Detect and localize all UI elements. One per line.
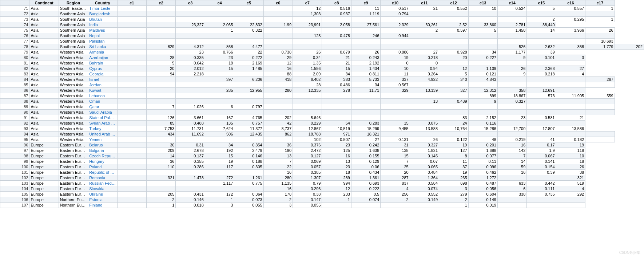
- cell-3-1: Asia: [29, 22, 59, 28]
- cell-2-13: [381, 17, 410, 22]
- cell-30-5: [147, 170, 176, 175]
- cell-6-20: 18,693: [585, 39, 615, 44]
- cell-0-15: 0.552: [439, 6, 468, 11]
- cell-8-7: 0.766: [205, 50, 234, 55]
- cell-17-1: Asia: [29, 99, 59, 104]
- cell-14-10: 28: [293, 82, 322, 88]
- cell-7-11: [322, 44, 351, 50]
- cell-7-2: Southern Asia: [59, 44, 88, 50]
- cell-18-1: Asia: [29, 104, 59, 110]
- cell-22-15: 10,764: [439, 126, 468, 132]
- cell-9-16: 0.227: [468, 55, 497, 60]
- cell-34-2: Eastern Europe: [59, 192, 88, 197]
- cell-28-15: 11: [439, 159, 468, 164]
- cell-0-11: 0.516: [322, 6, 351, 11]
- cell-36-14: [410, 203, 439, 208]
- table-row: 87AsiaWestern AsiaLebanon89918.86757311.…: [0, 93, 644, 99]
- cell-19-9: [263, 110, 293, 115]
- cell-5-12: 246: [351, 33, 380, 39]
- cell-27-9: 13: [263, 153, 293, 159]
- cell-33-10: 0.296: [293, 186, 322, 192]
- cell-7-13: [381, 44, 410, 50]
- cell-2-7: [205, 17, 234, 22]
- cell-13-19: [556, 77, 585, 82]
- cell-24-11: 0.507: [322, 137, 351, 142]
- cell-6-8: [234, 39, 263, 44]
- cell-16-13: [381, 93, 410, 99]
- cell-10-18: [527, 60, 556, 66]
- cell-25-15: 19: [439, 142, 468, 148]
- cell-23-13: [381, 132, 410, 137]
- cell-9-4: [117, 55, 146, 60]
- cell-8-15: 0.928: [439, 50, 468, 55]
- cell-10-7: 18: [205, 60, 234, 66]
- cell-12-1: Asia: [29, 71, 59, 77]
- cell-23-16: [468, 132, 497, 137]
- cell-14-4: [117, 82, 146, 88]
- cell-35-14: 0.149: [410, 197, 439, 203]
- cell-14-17: [497, 82, 526, 88]
- cell-12-10: 2.09: [293, 71, 322, 77]
- cell-8-17: 1.177: [497, 50, 526, 55]
- cell-20-12: [351, 115, 380, 121]
- cell-20-0: 91: [0, 115, 29, 121]
- cell-21-11: 54: [322, 121, 351, 126]
- cell-32-5: [147, 181, 176, 186]
- cell-31-3: Romania: [88, 175, 117, 181]
- cell-4-11: [322, 28, 351, 33]
- cell-36-4: [117, 203, 146, 208]
- cell-36-5: 1: [147, 203, 176, 208]
- cell-6-4: [117, 39, 146, 44]
- cell-31-11: 289: [322, 175, 351, 181]
- cell-26-13: 138: [381, 148, 410, 153]
- cell-5-6: [176, 33, 205, 39]
- cell-33-8: [234, 186, 263, 192]
- cell-15-9: 280: [263, 88, 293, 93]
- cell-20-14: [410, 115, 439, 121]
- cell-12-5: 94: [147, 71, 176, 77]
- cell-14-1: Asia: [29, 82, 59, 88]
- cell-1-4: [117, 11, 146, 17]
- cell-22-18: 17.807: [527, 126, 556, 132]
- cell-29-12: 0.06: [351, 164, 380, 170]
- cell-33-16: 0.056: [468, 186, 497, 192]
- cell-11-4: [117, 66, 146, 71]
- cell-31-16: 1.272: [468, 175, 497, 181]
- cell-15-17: 358: [497, 88, 526, 93]
- cell-35-3: Estonia: [88, 197, 117, 203]
- table-row: 75AsiaSouthern AsiaMaldives10.32220.5975…: [0, 28, 644, 33]
- cell-7-18: 2.632: [527, 44, 556, 50]
- cell-10-2: Western Asia: [59, 60, 88, 66]
- cell-30-18: 0.39: [527, 170, 556, 175]
- cell-7-20: 1.779: [585, 44, 615, 50]
- col-header-c16: c16: [556, 0, 585, 6]
- cell-21-12: 0.283: [351, 121, 380, 126]
- cell-32-9: 1,135: [263, 181, 293, 186]
- cell-18-5: 7: [147, 104, 176, 110]
- cell-28-16: 0.11: [468, 159, 497, 164]
- cell-0-3: Timor-Leste: [88, 6, 117, 11]
- cell-24-13: 0.131: [381, 137, 410, 142]
- cell-2-6: [176, 17, 205, 22]
- cell-26-16: 1.688: [468, 148, 497, 153]
- cell-9-8: 0.272: [234, 55, 263, 60]
- cell-0-14: 21: [410, 6, 439, 11]
- col-header-c2: c2: [147, 0, 176, 6]
- cell-9-1: Asia: [29, 55, 59, 60]
- cell-7-19: 358: [556, 44, 585, 50]
- cell-1-20: [585, 11, 615, 17]
- cell-25-0: 96: [0, 142, 29, 148]
- cell-1-8: [234, 11, 263, 17]
- col-header-c11: c11: [410, 0, 439, 6]
- cell-20-11: [322, 115, 351, 121]
- table-row: 92AsiaWestern AsiaSyrian Arab Republic85…: [0, 121, 644, 126]
- cell-4-16: 5: [468, 28, 497, 33]
- table-row: 93AsiaWestern AsiaTurkey7,75311.7317,624…: [0, 126, 644, 132]
- cell-16-14: [410, 93, 439, 99]
- cell-14-5: [147, 82, 176, 88]
- cell-9-9: 29: [263, 55, 293, 60]
- cell-19-16: [468, 110, 497, 115]
- cell-7-8: 4.477: [234, 44, 263, 50]
- cell-11-9: 16: [263, 66, 293, 71]
- cell-24-16: 48: [468, 137, 497, 142]
